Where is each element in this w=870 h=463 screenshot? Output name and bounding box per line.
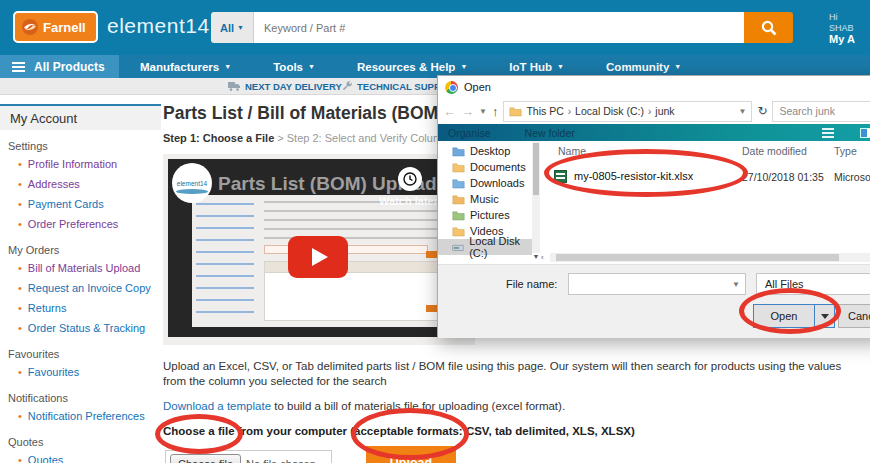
folder-icon — [452, 178, 465, 189]
sidebar-section-quotes: Quotes — [8, 436, 161, 448]
chevron-down-icon: ▼ — [460, 63, 467, 70]
organise-button[interactable]: Organise — [448, 127, 491, 139]
dialog-search-box[interactable]: Search junk — [772, 101, 870, 122]
folder-icon — [452, 210, 465, 221]
sidebar-item-notification-preferences[interactable]: • Notification Preferences — [0, 406, 161, 426]
place-label: Local Disk (C:) — [469, 235, 532, 259]
download-rest: to build a bill of materials file for up… — [271, 400, 565, 412]
open-split-arrow[interactable] — [814, 305, 834, 327]
bullet-icon: • — [18, 159, 22, 170]
chevron-down-icon[interactable]: ▼ — [479, 107, 487, 116]
chevron-down-icon: ▼ — [308, 63, 315, 70]
sidebar-link: Bill of Materials Upload — [28, 262, 141, 274]
site-header: Farnell element14 All ▼ Hi SHAB My A — [0, 0, 870, 55]
place-desktop[interactable]: Desktop — [438, 143, 532, 159]
choose-file-heading: Choose a file from your computer (accept… — [163, 425, 863, 437]
sidebar-item-payment-cards[interactable]: • Payment Cards — [0, 194, 161, 214]
search-scope-dropdown[interactable]: All ▼ — [211, 12, 254, 43]
excel-file-icon — [554, 170, 567, 183]
sidebar-item-returns[interactable]: • Returns — [0, 298, 161, 318]
sidebar-item-favourites[interactable]: • Favourites — [0, 362, 161, 382]
watch-later-label: Watch later — [379, 195, 438, 207]
farnell-swoosh-icon — [21, 18, 39, 36]
sidebar-item-bom-upload[interactable]: • Bill of Materials Upload — [0, 258, 161, 278]
sidebar-link: Order Preferences — [28, 218, 118, 230]
cancel-button[interactable]: Cancel — [838, 304, 870, 328]
search-input[interactable] — [254, 12, 744, 43]
place-documents[interactable]: Documents — [438, 159, 532, 175]
wrench-icon — [342, 81, 353, 92]
file-row-xlsx[interactable]: my-0805-resistor-kit.xlsx 27/10/2018 01:… — [542, 169, 870, 185]
column-header-name[interactable]: Name — [558, 145, 586, 157]
bullet-icon: • — [18, 411, 22, 422]
truck-icon — [228, 81, 241, 91]
breadcrumb-this-pc[interactable]: This PC — [526, 105, 563, 117]
element14-brand[interactable]: element14 — [107, 14, 210, 38]
chevron-down-icon: ▼ — [674, 63, 681, 70]
new-folder-button[interactable]: New folder — [525, 127, 575, 139]
video-player[interactable]: element14 Parts List (BOM) Upload Watch … — [168, 159, 468, 337]
dialog-body: Desktop Documents Downloads Music Pictur… — [438, 141, 870, 264]
chevron-down-icon[interactable]: ▼ — [738, 107, 746, 116]
folder-icon — [452, 226, 465, 237]
sidebar-item-order-preferences[interactable]: • Order Preferences — [0, 214, 161, 234]
watch-later-icon[interactable] — [398, 167, 422, 191]
breadcrumb-separator: › — [568, 106, 571, 117]
download-template-link[interactable]: Download a template — [163, 400, 271, 412]
file-name: my-0805-resistor-kit.xlsx — [574, 170, 693, 182]
file-name-input[interactable]: ▼ — [568, 273, 746, 295]
up-icon[interactable]: ↑ — [492, 104, 499, 119]
breadcrumb-local-disk[interactable]: Local Disk (C:) — [575, 105, 644, 117]
dialog-titlebar[interactable]: Open — [438, 76, 870, 98]
drive-icon — [452, 242, 464, 253]
choose-file-button[interactable]: Choose file — [170, 454, 241, 463]
sidebar-item-request-invoice[interactable]: • Request an Invoice Copy — [0, 278, 161, 298]
upload-button[interactable]: Upload — [366, 446, 456, 463]
farnell-logo[interactable]: Farnell — [13, 11, 98, 43]
forward-icon[interactable]: → — [461, 104, 474, 119]
file-type-filter[interactable]: All Files — [756, 273, 870, 295]
sidebar-link: Payment Cards — [28, 198, 104, 210]
nav-tools[interactable]: Tools ▼ — [252, 55, 336, 78]
search-button[interactable] — [744, 12, 793, 43]
scroll-down-arrow[interactable]: ▼ — [532, 253, 540, 263]
open-button[interactable]: Open — [753, 304, 835, 328]
place-music[interactable]: Music — [438, 191, 532, 207]
play-button[interactable] — [288, 236, 348, 278]
nav-manufacturers[interactable]: Manufacturers ▼ — [119, 55, 252, 78]
sidebar-link: Request an Invoice Copy — [28, 282, 151, 294]
place-label: Pictures — [470, 209, 510, 221]
account-greeting: Hi — [829, 12, 870, 23]
nav-label: Manufacturers — [140, 61, 219, 73]
video-logo-text: element14 — [177, 180, 207, 187]
sidebar-item-profile-information[interactable]: • Profile Information — [0, 154, 161, 174]
place-pictures[interactable]: Pictures — [438, 207, 532, 223]
breadcrumb-junk[interactable]: junk — [655, 105, 674, 117]
my-account-link: My A — [829, 34, 870, 45]
scroll-left-arrow[interactable]: ‹ — [541, 253, 544, 262]
nav-all-products[interactable]: All Products — [0, 55, 119, 78]
column-header-date[interactable]: Date modified — [742, 145, 807, 157]
sidebar-item-order-status[interactable]: • Order Status & Tracking — [0, 318, 161, 338]
list-view-icon[interactable] — [822, 128, 834, 138]
refresh-icon[interactable]: ↻ — [757, 104, 767, 118]
nav-label: Community — [606, 61, 669, 73]
place-downloads[interactable]: Downloads — [438, 175, 532, 191]
sidebar-item-addresses[interactable]: • Addresses — [0, 174, 161, 194]
breadcrumb-separator: › — [648, 106, 651, 117]
place-local-disk[interactable]: Local Disk (C:) — [438, 239, 532, 255]
sidebar-item-quotes[interactable]: • Quotes — [0, 450, 161, 463]
step-active: Step 1: Choose a File — [163, 132, 274, 144]
thumbnail-decoration — [196, 203, 254, 319]
account-area[interactable]: Hi SHAB My A — [829, 12, 870, 45]
next-day-delivery-link[interactable]: NEXT DAY DELIVERY — [228, 78, 342, 94]
details-view-icon[interactable] — [860, 128, 870, 138]
place-label: Documents — [470, 161, 526, 173]
back-icon[interactable]: ← — [443, 104, 456, 119]
breadcrumb[interactable]: This PC › Local Disk (C:) › junk ▼ — [503, 101, 752, 122]
column-header-type[interactable]: Type — [834, 145, 857, 157]
sidebar-link: Quotes — [28, 454, 63, 463]
filter-value: All Files — [765, 278, 804, 290]
vertical-scrollbar[interactable] — [532, 141, 540, 253]
horizontal-scrollbar[interactable] — [550, 253, 870, 262]
